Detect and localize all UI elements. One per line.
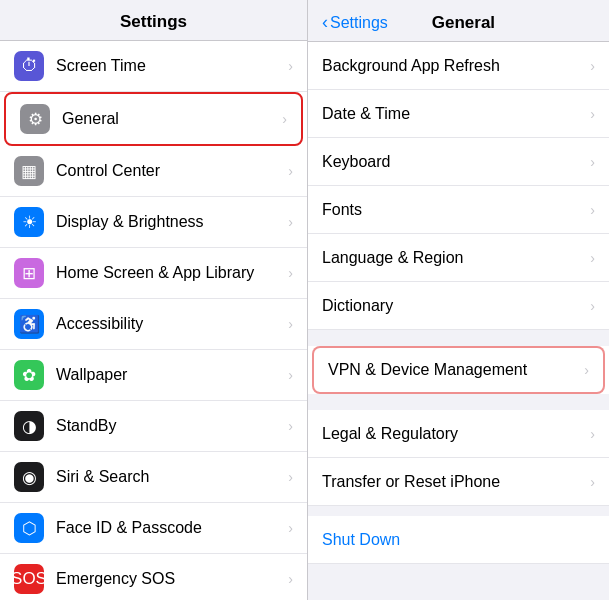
bg-refresh-chevron-icon: › — [590, 58, 595, 74]
right-item-legal[interactable]: Legal & Regulatory› — [308, 410, 609, 458]
keyboard-chevron-icon: › — [590, 154, 595, 170]
sos-icon: SOS — [14, 564, 44, 594]
right-section-1: VPN & Device Management› — [308, 346, 609, 394]
settings-item-control[interactable]: ▦Control Center› — [0, 146, 307, 197]
bg-refresh-label: Background App Refresh — [322, 57, 586, 75]
right-list: Background App Refresh›Date & Time›Keybo… — [308, 42, 609, 600]
right-item-datetime[interactable]: Date & Time› — [308, 90, 609, 138]
screentime-label: Screen Time — [56, 57, 284, 75]
homescreen-chevron-icon: › — [288, 265, 293, 281]
control-chevron-icon: › — [288, 163, 293, 179]
right-item-language[interactable]: Language & Region› — [308, 234, 609, 282]
divider-gap-1 — [308, 330, 609, 340]
vpn-chevron-icon: › — [584, 362, 589, 378]
settings-item-accessibility[interactable]: ♿Accessibility› — [0, 299, 307, 350]
control-icon: ▦ — [14, 156, 44, 186]
right-title: General — [392, 13, 535, 33]
faceid-label: Face ID & Passcode — [56, 519, 284, 537]
right-item-dictionary[interactable]: Dictionary› — [308, 282, 609, 330]
right-item-shutdown[interactable]: Shut Down — [308, 516, 609, 564]
accessibility-label: Accessibility — [56, 315, 284, 333]
right-section-3: Shut Down — [308, 516, 609, 564]
wallpaper-label: Wallpaper — [56, 366, 284, 384]
legal-chevron-icon: › — [590, 426, 595, 442]
standby-label: StandBy — [56, 417, 284, 435]
screentime-chevron-icon: › — [288, 58, 293, 74]
homescreen-label: Home Screen & App Library — [56, 264, 284, 282]
wallpaper-icon: ✿ — [14, 360, 44, 390]
standby-icon: ◑ — [14, 411, 44, 441]
divider-gap-3 — [308, 506, 609, 516]
datetime-chevron-icon: › — [590, 106, 595, 122]
accessibility-icon: ♿ — [14, 309, 44, 339]
accessibility-chevron-icon: › — [288, 316, 293, 332]
faceid-icon: ⬡ — [14, 513, 44, 543]
right-header: ‹ Settings General — [308, 0, 609, 42]
settings-item-faceid[interactable]: ⬡Face ID & Passcode› — [0, 503, 307, 554]
fonts-chevron-icon: › — [590, 202, 595, 218]
settings-item-display[interactable]: ☀Display & Brightness› — [0, 197, 307, 248]
back-chevron-icon: ‹ — [322, 12, 328, 33]
divider-gap-2 — [308, 400, 609, 410]
fonts-label: Fonts — [322, 201, 586, 219]
settings-item-siri[interactable]: ◉Siri & Search› — [0, 452, 307, 503]
wallpaper-chevron-icon: › — [288, 367, 293, 383]
transfer-label: Transfer or Reset iPhone — [322, 473, 586, 491]
language-chevron-icon: › — [590, 250, 595, 266]
siri-icon: ◉ — [14, 462, 44, 492]
siri-chevron-icon: › — [288, 469, 293, 485]
right-section-0: Background App Refresh›Date & Time›Keybo… — [308, 42, 609, 330]
settings-item-sos[interactable]: SOSEmergency SOS› — [0, 554, 307, 600]
right-item-transfer[interactable]: Transfer or Reset iPhone› — [308, 458, 609, 506]
siri-label: Siri & Search — [56, 468, 284, 486]
datetime-label: Date & Time — [322, 105, 586, 123]
keyboard-label: Keyboard — [322, 153, 586, 171]
back-button[interactable]: ‹ Settings — [322, 12, 388, 33]
sos-label: Emergency SOS — [56, 570, 284, 588]
settings-item-homescreen[interactable]: ⊞Home Screen & App Library› — [0, 248, 307, 299]
right-item-vpn[interactable]: VPN & Device Management› — [312, 346, 605, 394]
left-header: Settings — [0, 0, 307, 41]
settings-item-general[interactable]: ⚙General› — [4, 92, 303, 146]
transfer-chevron-icon: › — [590, 474, 595, 490]
screentime-icon: ⏱ — [14, 51, 44, 81]
standby-chevron-icon: › — [288, 418, 293, 434]
shutdown-label: Shut Down — [322, 531, 595, 549]
right-panel: ‹ Settings General Background App Refres… — [308, 0, 609, 600]
vpn-label: VPN & Device Management — [328, 361, 580, 379]
display-label: Display & Brightness — [56, 213, 284, 231]
back-label[interactable]: Settings — [330, 14, 388, 32]
left-panel: Settings ⏱Screen Time›⚙General›▦Control … — [0, 0, 308, 600]
language-label: Language & Region — [322, 249, 586, 267]
settings-item-wallpaper[interactable]: ✿Wallpaper› — [0, 350, 307, 401]
settings-item-standby[interactable]: ◑StandBy› — [0, 401, 307, 452]
right-item-keyboard[interactable]: Keyboard› — [308, 138, 609, 186]
general-icon: ⚙ — [20, 104, 50, 134]
display-icon: ☀ — [14, 207, 44, 237]
display-chevron-icon: › — [288, 214, 293, 230]
dictionary-chevron-icon: › — [590, 298, 595, 314]
general-label: General — [62, 110, 278, 128]
homescreen-icon: ⊞ — [14, 258, 44, 288]
right-item-bg-refresh[interactable]: Background App Refresh› — [308, 42, 609, 90]
general-chevron-icon: › — [282, 111, 287, 127]
settings-item-screentime[interactable]: ⏱Screen Time› — [0, 41, 307, 92]
legal-label: Legal & Regulatory — [322, 425, 586, 443]
right-item-fonts[interactable]: Fonts› — [308, 186, 609, 234]
right-section-2: Legal & Regulatory›Transfer or Reset iPh… — [308, 410, 609, 506]
faceid-chevron-icon: › — [288, 520, 293, 536]
sos-chevron-icon: › — [288, 571, 293, 587]
settings-list: ⏱Screen Time›⚙General›▦Control Center›☀D… — [0, 41, 307, 600]
dictionary-label: Dictionary — [322, 297, 586, 315]
control-label: Control Center — [56, 162, 284, 180]
